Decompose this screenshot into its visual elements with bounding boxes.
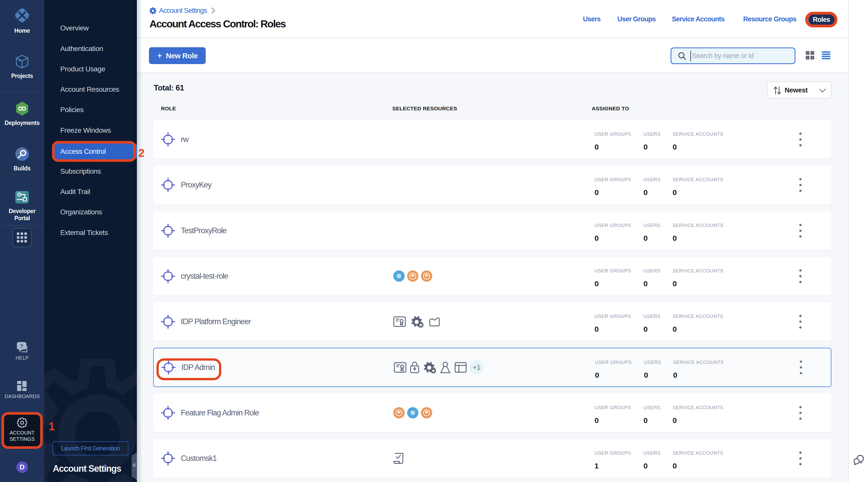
svg-text:?: ? bbox=[20, 343, 23, 349]
